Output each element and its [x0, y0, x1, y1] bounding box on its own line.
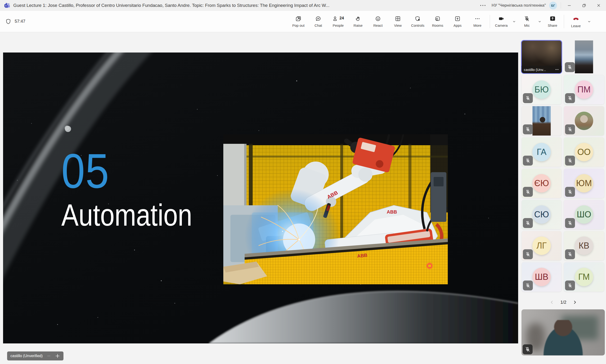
popout-button[interactable]: Pop out — [289, 12, 308, 31]
mute-badge — [523, 344, 533, 354]
page-indicator: 1/2 — [560, 300, 566, 305]
timer-value: 57:47 — [15, 19, 25, 24]
rooms-icon — [435, 16, 441, 22]
mic-muted-icon — [525, 347, 530, 352]
mute-badge — [523, 156, 533, 166]
participant-video — [575, 40, 593, 73]
mic-muted-icon — [525, 189, 530, 195]
slide-number: 05 — [61, 147, 110, 195]
apps-label: Apps — [454, 23, 462, 27]
self-view-video[interactable] — [522, 309, 605, 355]
participant-photo — [533, 106, 551, 136]
participant-tile-photo[interactable] — [522, 106, 562, 136]
view-grid-icon — [395, 16, 401, 22]
tile-more-icon[interactable] — [555, 67, 559, 72]
avatar: ПМ — [575, 80, 593, 99]
participant-tile[interactable]: ШО — [564, 200, 604, 229]
zoom-out-icon[interactable] — [46, 354, 51, 358]
profile-avatar[interactable]: БГ — [549, 2, 557, 10]
page-next-icon[interactable] — [572, 300, 577, 305]
self-silhouette — [539, 320, 587, 355]
video-tile-participant-2[interactable] — [564, 40, 604, 73]
minimize-button[interactable] — [562, 0, 577, 11]
participant-tile[interactable]: ПМ — [564, 75, 604, 104]
participant-tile[interactable]: КВ — [564, 231, 604, 261]
mute-badge — [523, 249, 533, 259]
zoom-in-icon[interactable] — [55, 353, 60, 359]
restore-button[interactable] — [577, 0, 591, 11]
raise-hand-button[interactable]: Raise — [348, 12, 368, 31]
participant-tile[interactable]: ЮМ — [564, 169, 604, 198]
participant-tile[interactable]: СЮ — [522, 200, 562, 229]
robot-brand-label-2: ABB — [387, 209, 397, 215]
mic-chevron[interactable] — [536, 12, 543, 31]
mic-muted-icon — [525, 252, 530, 257]
share-button[interactable]: Share — [543, 12, 562, 31]
page-prev-icon[interactable] — [549, 300, 555, 305]
share-icon — [549, 15, 556, 22]
titlebar-divider — [561, 2, 561, 9]
participant-name: castillo (Unv... — [524, 68, 555, 72]
avatar: ОО — [575, 143, 593, 161]
participant-tile[interactable]: ГА — [522, 137, 562, 167]
chat-label: Chat — [315, 23, 322, 27]
mute-badge — [565, 124, 575, 134]
participant-tile[interactable]: ГМ — [564, 262, 604, 292]
mute-badge — [523, 93, 533, 103]
mute-badge — [565, 156, 575, 166]
mic-label: Mic — [524, 23, 529, 27]
shield-icon — [5, 18, 11, 25]
participant-tile-photo-2[interactable] — [564, 106, 604, 136]
react-button[interactable]: React — [368, 12, 388, 31]
avatar: ШО — [575, 205, 593, 224]
react-smiley-icon — [375, 16, 381, 22]
close-button[interactable] — [591, 0, 606, 11]
leave-button[interactable]: Leave — [566, 12, 585, 31]
video-tile-label-bar: castillo (Unv... — [522, 66, 562, 73]
popout-icon — [295, 16, 302, 22]
participant-tile[interactable]: БЮ — [522, 75, 562, 104]
controls-button[interactable]: Controls — [408, 12, 428, 31]
camera-chevron[interactable] — [510, 12, 518, 31]
participant-tile[interactable]: ОО — [564, 137, 604, 167]
leave-phone-icon — [572, 15, 579, 22]
camera-button[interactable]: Camera — [492, 12, 510, 31]
participant-tile[interactable]: ШВ — [522, 262, 562, 292]
participant-tile[interactable]: ЄЮ — [522, 169, 562, 198]
people-button[interactable]: 24 People — [328, 12, 348, 31]
camera-label: Camera — [495, 23, 508, 27]
presenter-pill[interactable]: castillo (Unverified) — [7, 351, 63, 361]
chat-button[interactable]: Chat — [308, 12, 328, 31]
avatar: ГМ — [575, 268, 593, 286]
view-button[interactable]: View — [388, 12, 408, 31]
participant-tile[interactable]: ЛГ — [522, 231, 562, 261]
mic-muted-icon — [525, 96, 530, 101]
mic-muted-icon — [525, 283, 530, 288]
mic-muted-icon — [567, 221, 573, 226]
chat-icon — [315, 16, 321, 22]
avatar: БЮ — [532, 80, 551, 99]
mic-muted-icon — [525, 221, 530, 226]
meeting-toolbar: 57:47 Pop out Chat — [0, 11, 606, 32]
more-ellipsis-icon — [474, 16, 481, 22]
leave-chevron[interactable] — [585, 12, 593, 31]
more-button[interactable]: More — [468, 12, 487, 31]
mic-muted-icon — [567, 96, 573, 101]
svg-text:T: T — [5, 4, 7, 7]
video-tile-castillo[interactable]: castillo (Unv... — [522, 40, 562, 73]
teams-meeting-window: T Guest Lecture 1: Jose Castillo, Profes… — [0, 0, 606, 364]
org-account-name[interactable]: НУ "Чернігівська політехніка" — [492, 3, 546, 8]
raise-hand-icon — [355, 16, 361, 22]
apps-button[interactable]: Apps — [448, 12, 468, 31]
more-label: More — [473, 23, 482, 27]
titlebar-more-icon[interactable] — [480, 5, 485, 6]
window-title: Guest Lecture 1: Jose Castillo, Professo… — [13, 3, 330, 8]
mic-muted-icon — [525, 127, 530, 132]
mute-badge — [523, 281, 533, 290]
teams-logo-icon: T — [4, 2, 10, 9]
rooms-button[interactable]: Rooms — [428, 12, 448, 31]
mute-badge — [523, 124, 533, 134]
mic-button[interactable]: Mic — [518, 12, 536, 31]
people-icon — [332, 16, 339, 22]
camera-icon — [498, 16, 504, 22]
